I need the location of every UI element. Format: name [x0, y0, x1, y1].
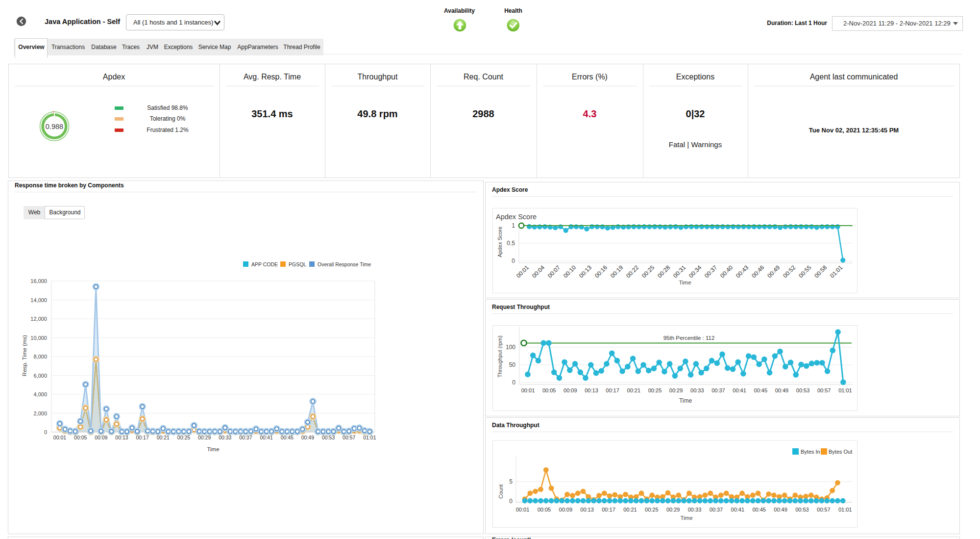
svg-text:Throughput (rpm): Throughput (rpm) — [497, 335, 503, 378]
svg-text:00:22: 00:22 — [625, 264, 640, 279]
svg-text:50: 50 — [509, 361, 516, 368]
svg-text:00:49: 00:49 — [774, 507, 787, 513]
svg-text:100: 100 — [506, 344, 515, 351]
svg-text:01:01: 01:01 — [838, 387, 852, 393]
svg-text:00:25: 00:25 — [640, 264, 656, 279]
svg-text:00:53: 00:53 — [322, 435, 335, 440]
svg-text:00:45: 00:45 — [752, 507, 766, 513]
svg-text:Time: Time — [679, 397, 692, 404]
svg-text:00:29: 00:29 — [669, 387, 683, 393]
svg-text:00:28: 00:28 — [656, 264, 671, 279]
svg-text:2,000: 2,000 — [33, 411, 47, 416]
svg-text:0: 0 — [44, 429, 47, 435]
svg-text:00:57: 00:57 — [817, 387, 831, 393]
svg-text:APP CODE: APP CODE — [251, 261, 278, 267]
svg-text:00:53: 00:53 — [796, 387, 810, 393]
svg-text:00:29: 00:29 — [666, 507, 680, 513]
svg-text:00:21: 00:21 — [627, 387, 641, 393]
svg-text:00:07: 00:07 — [546, 264, 562, 279]
svg-text:00:16: 00:16 — [593, 264, 609, 279]
svg-text:8,000: 8,000 — [33, 354, 47, 359]
svg-text:00:01: 00:01 — [516, 507, 530, 513]
svg-text:14,000: 14,000 — [30, 297, 47, 303]
svg-text:00:13: 00:13 — [580, 507, 594, 513]
svg-text:6,000: 6,000 — [33, 373, 47, 379]
svg-text:00:01: 00:01 — [521, 387, 535, 393]
svg-text:Time: Time — [207, 446, 219, 452]
svg-text:0.988: 0.988 — [46, 123, 63, 130]
svg-text:Count: Count — [498, 484, 504, 498]
svg-text:00:13: 00:13 — [585, 387, 598, 393]
svg-text:00:17: 00:17 — [136, 435, 148, 440]
svg-text:Resp. Time (ms): Resp. Time (ms) — [22, 335, 27, 377]
svg-text:00:05: 00:05 — [538, 507, 551, 513]
svg-text:00:33: 00:33 — [219, 435, 231, 440]
svg-text:00:29: 00:29 — [198, 435, 211, 440]
svg-text:00:41: 00:41 — [260, 435, 272, 440]
svg-text:5: 5 — [509, 478, 513, 485]
svg-text:00:05: 00:05 — [74, 435, 87, 440]
svg-text:00:17: 00:17 — [602, 507, 615, 513]
svg-text:00:04: 00:04 — [531, 264, 546, 279]
svg-text:00:37: 00:37 — [710, 507, 723, 513]
svg-text:00:21: 00:21 — [157, 435, 170, 440]
svg-text:00:17: 00:17 — [606, 387, 619, 393]
svg-text:00:53: 00:53 — [795, 507, 809, 513]
svg-text:01:01: 01:01 — [363, 435, 376, 440]
svg-text:Time: Time — [679, 280, 691, 285]
svg-text:01:01: 01:01 — [829, 264, 844, 279]
svg-text:00:49: 00:49 — [301, 435, 314, 440]
svg-text:12,000: 12,000 — [30, 316, 47, 322]
svg-text:00:33: 00:33 — [688, 507, 702, 513]
svg-text:00:25: 00:25 — [648, 387, 662, 393]
svg-text:00:49: 00:49 — [775, 387, 789, 393]
svg-text:00:10: 00:10 — [562, 264, 577, 279]
svg-text:00:21: 00:21 — [623, 507, 637, 513]
svg-text:00:09: 00:09 — [559, 507, 573, 513]
svg-text:00:37: 00:37 — [711, 387, 725, 393]
svg-text:0: 0 — [512, 257, 515, 264]
svg-text:00:57: 00:57 — [817, 507, 831, 513]
svg-text:00:37: 00:37 — [239, 435, 252, 440]
svg-text:Apdex Score: Apdex Score — [497, 227, 503, 257]
svg-text:00:31: 00:31 — [672, 264, 687, 279]
svg-text:00:09: 00:09 — [564, 387, 577, 393]
svg-text:00:40: 00:40 — [719, 264, 734, 279]
svg-text:00:58: 00:58 — [813, 264, 828, 279]
svg-text:00:49: 00:49 — [766, 264, 781, 279]
svg-text:00:13: 00:13 — [115, 435, 128, 440]
svg-text:1: 1 — [512, 222, 515, 229]
svg-text:Bytes Out: Bytes Out — [829, 449, 852, 455]
svg-text:Overall Response Time: Overall Response Time — [318, 261, 371, 267]
svg-text:00:34: 00:34 — [687, 264, 703, 279]
svg-text:00:09: 00:09 — [95, 435, 107, 440]
svg-text:00:41: 00:41 — [733, 387, 746, 393]
svg-text:Bytes In: Bytes In — [801, 449, 820, 455]
svg-text:00:45: 00:45 — [754, 387, 768, 393]
svg-text:00:57: 00:57 — [343, 435, 355, 440]
svg-text:4,000: 4,000 — [33, 391, 47, 397]
svg-text:Apdex Score: Apdex Score — [496, 213, 537, 221]
svg-text:00:41: 00:41 — [731, 507, 745, 513]
svg-text:00:55: 00:55 — [797, 264, 812, 279]
svg-text:00:43: 00:43 — [735, 264, 750, 279]
svg-text:00:19: 00:19 — [609, 264, 624, 279]
svg-text:00:33: 00:33 — [690, 387, 704, 393]
svg-text:0: 0 — [509, 498, 513, 505]
svg-text:00:25: 00:25 — [645, 507, 659, 513]
svg-text:00:13: 00:13 — [578, 264, 593, 279]
svg-text:00:52: 00:52 — [782, 264, 797, 279]
svg-text:16,000: 16,000 — [30, 278, 47, 284]
svg-text:00:05: 00:05 — [542, 387, 556, 393]
svg-text:00:37: 00:37 — [703, 264, 718, 279]
svg-text:95th Percentile : 112: 95th Percentile : 112 — [663, 335, 715, 341]
svg-text:0.5: 0.5 — [507, 240, 515, 247]
svg-text:00:45: 00:45 — [281, 435, 294, 440]
svg-text:01:01: 01:01 — [838, 507, 852, 513]
svg-text:PGSQL: PGSQL — [289, 261, 306, 267]
svg-text:0: 0 — [512, 379, 515, 386]
svg-text:00:46: 00:46 — [750, 264, 765, 279]
svg-text:00:01: 00:01 — [515, 264, 530, 279]
svg-text:00:25: 00:25 — [177, 435, 190, 440]
svg-text:00:01: 00:01 — [53, 435, 66, 440]
